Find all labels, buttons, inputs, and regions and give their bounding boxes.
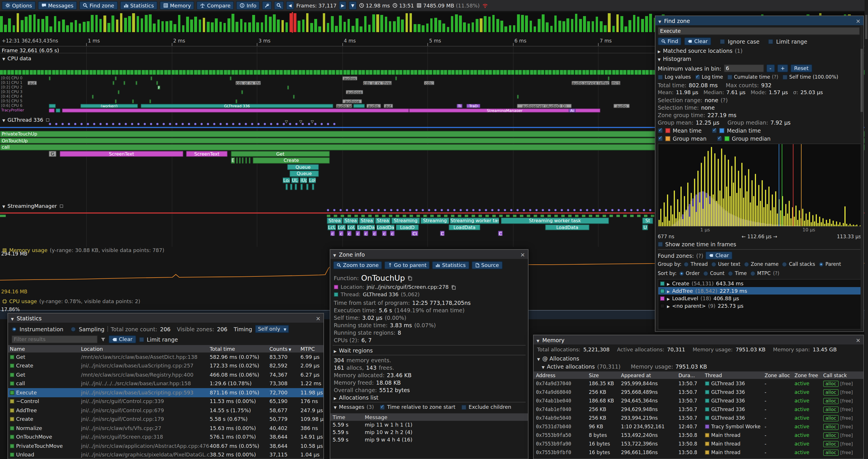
close-icon[interactable] [520,251,525,258]
info-button[interactable]: Info [237,1,260,10]
frame-bar[interactable] [534,26,536,32]
frame-bar[interactable] [509,25,511,32]
funnel-icon[interactable] [100,337,106,342]
message-dot[interactable] [390,209,392,211]
message-dot[interactable] [156,123,159,125]
message-dot[interactable] [371,209,373,211]
message-dot[interactable] [308,123,310,125]
frame-bar[interactable] [384,17,387,32]
frame-bar[interactable] [413,24,416,32]
message-dot[interactable] [352,209,354,211]
frame-bar[interactable] [430,19,433,32]
frame-bar[interactable] [488,17,491,32]
zone[interactable]: GLThread 336 [141,104,333,108]
stats-row[interactable]: Createjni/../jni/src/guif/Control.cpp:17… [8,415,323,424]
timing-select[interactable]: Self only [255,325,289,333]
frame-bar[interactable] [554,15,557,32]
zone[interactable] [118,90,120,94]
message-dot[interactable] [74,123,76,125]
tools-button[interactable] [262,1,272,10]
frame-bar[interactable] [542,14,544,32]
message-dot[interactable] [232,123,235,125]
zoom-button[interactable] [274,1,284,10]
message-dot[interactable] [188,123,190,125]
show-zone-time-checkbox[interactable] [658,242,663,247]
log-values-checkbox[interactable] [658,74,663,79]
zone[interactable] [115,76,117,80]
streaming-header[interactable]: StreamingManager [2,203,64,209]
frame-bar[interactable] [132,13,135,32]
message-dot[interactable] [200,123,203,125]
zone[interactable] [230,76,231,80]
increase-bin-button[interactable]: + [777,64,788,72]
frame-bar[interactable] [231,14,234,32]
frame-bar[interactable] [645,16,648,32]
find-button[interactable]: Find [658,37,682,45]
zone[interactable]: c [372,231,377,236]
zone[interactable] [395,76,397,80]
message-dot[interactable] [251,123,253,125]
legend-checkbox[interactable] [717,136,722,141]
go-to-parent-button[interactable]: Go to parent [384,261,430,269]
copy-icon[interactable] [407,275,412,281]
message-dot[interactable] [131,123,133,125]
memory-row[interactable]: 0x74ab9e5040256 KB293,994,219ns13:50.7GL… [534,413,863,422]
frames-dropdown-button[interactable] [349,1,356,10]
frame-bar[interactable] [37,19,40,32]
zone[interactable] [135,81,137,85]
stats-row[interactable]: AddTreejni/../jni/src/guif/Control.cpp:6… [8,406,323,415]
zone[interactable]: Ai [569,108,576,112]
found-zone-row[interactable]: LoadLevel(18)406.88 µs [658,295,861,302]
cumulate-time-checkbox[interactable] [727,74,732,79]
message-dot[interactable] [289,123,291,125]
zone[interactable]: audio.service (effect) [571,81,610,85]
alloc-badge[interactable]: alloc [823,449,838,456]
frame-bar[interactable] [339,15,342,32]
frame-bar[interactable] [83,22,85,32]
alloc-badge[interactable]: alloc [823,423,838,430]
message-dot[interactable] [548,209,550,211]
frame-bar[interactable] [380,15,383,32]
zone[interactable]: LoadData [448,224,480,230]
zone[interactable]: audios [342,76,357,80]
message-dot[interactable] [377,209,380,211]
frame-bar[interactable] [17,13,19,32]
message-dot[interactable] [624,209,626,211]
zone[interactable]: cds: [424,81,434,85]
message-dot[interactable] [226,123,228,125]
frame-bar[interactable] [500,21,503,32]
frame-bar[interactable] [190,20,193,32]
frame-bar[interactable] [314,19,317,32]
zone[interactable]: aut [28,81,37,85]
frame-bar[interactable] [529,21,532,32]
frame-bar[interactable] [21,20,23,32]
frame-bar[interactable] [169,21,172,32]
frame-bar[interactable] [505,26,507,32]
stats-row[interactable]: Createjni/../jni/src/claw/base/LuaScript… [8,361,323,370]
message-dot[interactable] [422,209,424,211]
frame-bar[interactable] [149,14,151,32]
frame-bar[interactable] [277,20,280,32]
stats-row[interactable]: OnTouchMovejni/../jni/src/guif/Screen.cp… [8,433,323,441]
memory-row[interactable]: 0x74ab1ef040256 KB294,629,948ns13:50.7GL… [534,405,863,413]
stats-row[interactable]: PrivateTouchMovejni/../jni/src/claw/appl… [8,441,323,450]
statistics-window-titlebar[interactable]: Statistics [8,314,323,323]
zone[interactable]: Strea [327,218,342,224]
zone[interactable]: c [339,231,343,236]
allocations-section-row[interactable]: @ Allocations [537,355,579,362]
histogram-chart[interactable] [658,144,861,226]
message-row[interactable]: 5.59 smip 11 w 1 h 1 (1) [330,421,528,428]
zone[interactable] [236,99,237,103]
frame-bar[interactable] [62,20,65,32]
message-dot[interactable] [49,123,51,125]
limit-range-checkbox[interactable] [139,337,144,342]
frame-bar[interactable] [364,16,367,32]
found-zone-row[interactable]: Create(54,131)643.34 ms [658,280,861,287]
zone[interactable]: aut [384,104,393,108]
message-dot[interactable] [466,209,468,211]
message-dot[interactable] [517,209,519,211]
zone[interactable]: R [157,86,160,90]
gl-thread-header[interactable]: GLThread 336 [2,117,50,123]
frame-bar[interactable] [95,15,98,32]
frame-bar[interactable] [128,17,131,32]
